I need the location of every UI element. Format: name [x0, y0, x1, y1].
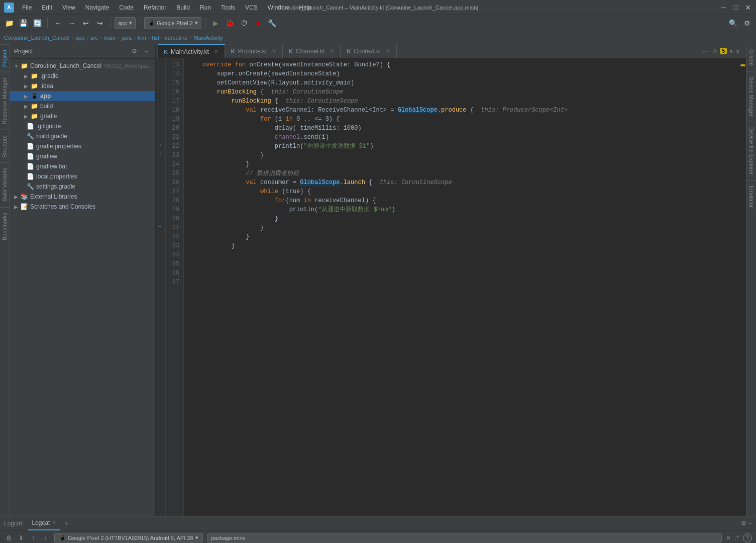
search-everywhere-btn[interactable]: 🔍: [727, 17, 739, 29]
tab-produce[interactable]: K Produce.kt ✕: [225, 44, 283, 58]
undo-btn[interactable]: ↩: [80, 17, 92, 29]
breadcrumb-mainactivity[interactable]: MainActivity: [193, 35, 223, 41]
menu-vcs[interactable]: VCS: [243, 3, 260, 12]
tree-item-gradlew[interactable]: 📄 gradlew: [10, 151, 155, 161]
logcat-add-tab-btn[interactable]: +: [62, 520, 70, 527]
build-variants-tab[interactable]: Build Variants: [0, 162, 10, 207]
breadcrumb-src[interactable]: src: [90, 35, 98, 41]
tree-item-root[interactable]: ▾ 📁 Coroutine_Launch_Cancel YA\002_WorkS…: [10, 61, 155, 71]
gutter-27: [156, 185, 165, 194]
breadcrumb-project[interactable]: Coroutine_Launch_Cancel: [4, 35, 69, 41]
menu-navigate[interactable]: Navigate: [83, 3, 111, 12]
device-selector[interactable]: 📱 Google Pixel 2 ▾: [144, 17, 201, 29]
emulator-tab[interactable]: Emulator: [746, 180, 756, 213]
menu-tools[interactable]: Tools: [219, 3, 237, 12]
maximize-button[interactable]: □: [732, 4, 740, 12]
logcat-up-btn[interactable]: ↑: [28, 533, 38, 543]
tab-channel-close[interactable]: ✕: [330, 48, 334, 54]
sync-gradle-btn[interactable]: 🔧: [266, 17, 278, 29]
minimize-button[interactable]: ─: [720, 4, 728, 12]
chevron-down-icon[interactable]: ∨: [735, 48, 740, 55]
bookmarks-tab[interactable]: Bookmarks: [0, 207, 10, 245]
gradle-panel-tab[interactable]: Gradle: [746, 44, 756, 71]
logcat-device-arrow: ▾: [195, 534, 198, 541]
tree-item-build-gradle[interactable]: 🔧 build.gradle: [10, 131, 155, 141]
tab-context[interactable]: K Context.kt ✕: [341, 44, 397, 58]
tree-item-scratches[interactable]: ▶ 📝 Scratches and Consoles: [10, 202, 155, 212]
tree-item-local-props[interactable]: 📄 local.properties: [10, 171, 155, 182]
tree-item-build[interactable]: ▶ 📁 build: [10, 101, 155, 111]
gutter-arrow-31[interactable]: →: [156, 221, 164, 230]
tab-context-close[interactable]: ✕: [386, 48, 390, 54]
profile-btn[interactable]: ⏱: [238, 17, 250, 29]
logcat-settings-btn[interactable]: ⚙: [741, 520, 746, 527]
logcat-device-selector[interactable]: 📱 Google Pixel 2 (HT7BV1A02915) Android …: [54, 533, 203, 542]
close-button[interactable]: ✕: [744, 4, 752, 12]
gutter-arrow-22[interactable]: →: [156, 140, 164, 149]
menu-build[interactable]: Build: [174, 3, 192, 12]
menu-view[interactable]: View: [60, 3, 77, 12]
tree-item-external-libs[interactable]: ▶ 📚 External Libraries: [10, 192, 155, 202]
logcat-tab-1[interactable]: Logcat ✕: [28, 516, 60, 530]
gutter-arrow-23[interactable]: →: [156, 149, 164, 158]
logcat-help-btn[interactable]: ?: [743, 533, 752, 542]
resource-manager-tab[interactable]: Resource Manager: [0, 72, 10, 130]
project-panel-settings-btn[interactable]: ⚙: [129, 46, 139, 56]
new-project-btn[interactable]: 📁: [3, 17, 15, 29]
app-selector[interactable]: app ▾: [115, 17, 136, 29]
tree-item-gradle-folder[interactable]: ▶ 📁 .gradle: [10, 71, 155, 81]
breadcrumb-main[interactable]: main: [103, 35, 116, 41]
breadcrumb-java[interactable]: java: [122, 35, 132, 41]
menu-file[interactable]: File: [20, 3, 34, 12]
menu-edit[interactable]: Edit: [40, 3, 54, 12]
settings-btn[interactable]: ⚙: [741, 17, 753, 29]
run-btn[interactable]: ▶: [210, 17, 222, 29]
breadcrumb-hsl[interactable]: hsl: [152, 35, 159, 41]
tab-mainactivity[interactable]: K MainActivity.kt ✕: [158, 44, 225, 58]
logcat-icons: 🗑 ⬇ ↑ ↓: [4, 533, 50, 543]
tree-item-gradle[interactable]: ▶ 📁 gradle: [10, 111, 155, 121]
forward-btn[interactable]: →: [66, 17, 78, 29]
logcat-close-btn[interactable]: −: [748, 520, 752, 527]
line-num-29: 29: [166, 205, 183, 214]
logcat-regex-btn[interactable]: .*: [735, 534, 739, 541]
line-num-21: 21: [166, 133, 183, 142]
menu-run[interactable]: Run: [198, 3, 213, 12]
device-manager-tab[interactable]: Device Manager: [746, 71, 756, 122]
logcat-down-btn[interactable]: ↓: [40, 533, 50, 543]
scratches-icon: 📝: [20, 203, 28, 211]
logcat-filter-clear-btn[interactable]: ✕: [726, 534, 731, 541]
tree-item-idea[interactable]: ▶ 📁 .idea: [10, 81, 155, 91]
chevron-up-icon[interactable]: ∧: [729, 48, 733, 55]
structure-tab[interactable]: Structure: [0, 130, 10, 163]
breadcrumb-app[interactable]: app: [75, 35, 84, 41]
logcat-filter-input[interactable]: [207, 533, 722, 542]
logcat-tab-1-close[interactable]: ✕: [52, 519, 56, 526]
tab-mainactivity-close[interactable]: ✕: [214, 48, 219, 55]
redo-btn[interactable]: ↪: [94, 17, 106, 29]
tree-item-gitignore[interactable]: 📄 .gitignore: [10, 121, 155, 131]
device-file-explorer-tab[interactable]: Device file Explorer: [746, 122, 756, 180]
stop-btn[interactable]: ■: [252, 17, 264, 29]
sync-btn[interactable]: 🔄: [31, 17, 43, 29]
tab-channel[interactable]: K Channel.kt ✕: [283, 44, 341, 58]
debug-btn[interactable]: 🐞: [224, 17, 236, 29]
gutter-25: [156, 167, 165, 176]
tree-item-gradle-props[interactable]: 📄 gradle.properties: [10, 141, 155, 151]
project-panel-tab[interactable]: Project: [0, 44, 10, 72]
tree-item-settings-gradle[interactable]: 🔧 settings.gradle: [10, 182, 155, 192]
logcat-scroll-btn[interactable]: ⬇: [16, 533, 26, 543]
project-panel-collapse-btn[interactable]: −: [141, 46, 151, 56]
back-btn[interactable]: ←: [52, 17, 64, 29]
code-content[interactable]: override fun onCreate(savedInstanceState…: [184, 58, 739, 516]
tree-item-gradlew-bat[interactable]: 📄 gradlew.bat: [10, 161, 155, 171]
logcat-clear-btn[interactable]: 🗑: [4, 533, 14, 543]
tree-item-app[interactable]: ▶ 📱 app: [10, 91, 155, 101]
save-btn[interactable]: 💾: [17, 17, 29, 29]
menu-code[interactable]: Code: [117, 3, 136, 12]
tab-more-btn[interactable]: ⋯: [698, 48, 712, 55]
breadcrumb-kim[interactable]: kim: [138, 35, 146, 41]
tab-produce-close[interactable]: ✕: [272, 48, 276, 54]
breadcrumb-coroutine[interactable]: coroutine: [165, 35, 187, 41]
menu-refactor[interactable]: Refactor: [142, 3, 168, 12]
